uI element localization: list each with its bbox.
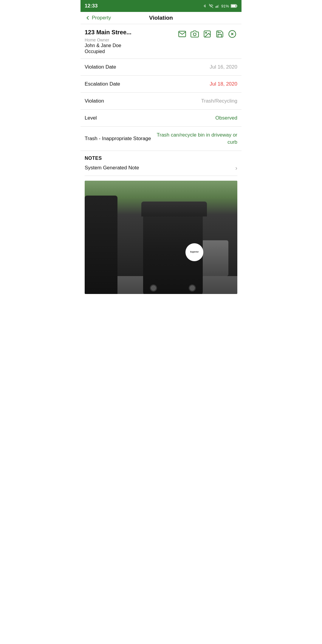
trash-can-back [202,240,228,276]
bluetooth-icon [203,4,207,8]
action-icons [177,29,237,39]
camera-button[interactable] [190,29,200,39]
violation-type-value: Trash can/recycle bin in driveway or cur… [153,131,237,146]
svg-rect-1 [217,6,217,8]
violation-date-value: Jul 16, 2020 [210,64,237,70]
system-note-label: System Generated Note [85,165,139,171]
violation-photo[interactable]: Superior [85,181,237,294]
notes-title: NOTES [85,156,237,161]
level-value: Observed [215,115,237,121]
system-note-item[interactable]: System Generated Note › [85,165,237,176]
svg-rect-4 [237,5,237,7]
escalation-date-row: Escalation Date Jul 18, 2020 [80,76,242,93]
image-button[interactable] [202,29,212,39]
svg-rect-2 [218,5,219,8]
level-row: Level Observed [80,110,242,127]
svg-point-9 [205,32,207,33]
notes-section: NOTES System Generated Note › [80,151,242,176]
signal-icon [215,4,219,8]
camera-icon [191,30,199,38]
violation-value: Trash/Recycling [201,98,237,104]
owner-name: John & Jane Doe [85,43,131,48]
svg-rect-0 [216,6,216,8]
image-icon [203,30,211,38]
wifi-icon [209,4,213,8]
back-button[interactable]: Property [85,15,111,21]
level-label: Level [85,115,97,121]
wheel-left [150,284,157,292]
violation-type-label: Trash - Inappropriate Storage [85,136,151,142]
property-address: 123 Main Stree... [85,29,131,36]
occupancy-status: Occupied [85,49,131,54]
close-icon [228,30,236,38]
battery-icon [231,4,237,8]
status-time: 12:33 [85,3,97,9]
violation-label: Violation [85,98,104,104]
email-icon [178,30,186,38]
violation-desc-row: Trash - Inappropriate Storage Trash can/… [80,127,242,151]
svg-rect-5 [231,5,236,7]
close-button[interactable] [227,29,237,39]
back-arrow-icon [85,15,91,21]
trash-can-left [85,196,117,294]
email-button[interactable] [177,29,187,39]
battery-percentage: 91% [221,4,229,8]
status-icons: 91% [203,4,237,8]
svg-point-7 [193,33,196,36]
wheel-right [189,284,196,292]
property-header: 123 Main Stree... Home Owner John & Jane… [80,24,242,59]
trash-can-logo: Superior [185,243,203,261]
chevron-right-icon: › [235,165,237,171]
escalation-date-label: Escalation Date [85,81,120,87]
violation-row: Violation Trash/Recycling [80,93,242,110]
escalation-date-value: Jul 18, 2020 [210,81,237,87]
violation-date-row: Violation Date Jul 16, 2020 [80,59,242,76]
save-icon [216,30,224,38]
trash-can-main: Superior [143,208,203,294]
photo-section: Superior [80,176,242,299]
back-label: Property [92,15,111,21]
page-title: Violation [149,15,173,21]
status-bar: 12:33 91% [80,0,242,12]
owner-label: Home Owner [85,38,131,42]
violation-date-label: Violation Date [85,64,116,70]
nav-bar: Property Violation [80,12,242,24]
photo-container[interactable]: Superior [85,181,237,294]
save-button[interactable] [215,29,225,39]
trash-can-lid [141,202,207,216]
property-info: 123 Main Stree... Home Owner John & Jane… [85,29,131,54]
